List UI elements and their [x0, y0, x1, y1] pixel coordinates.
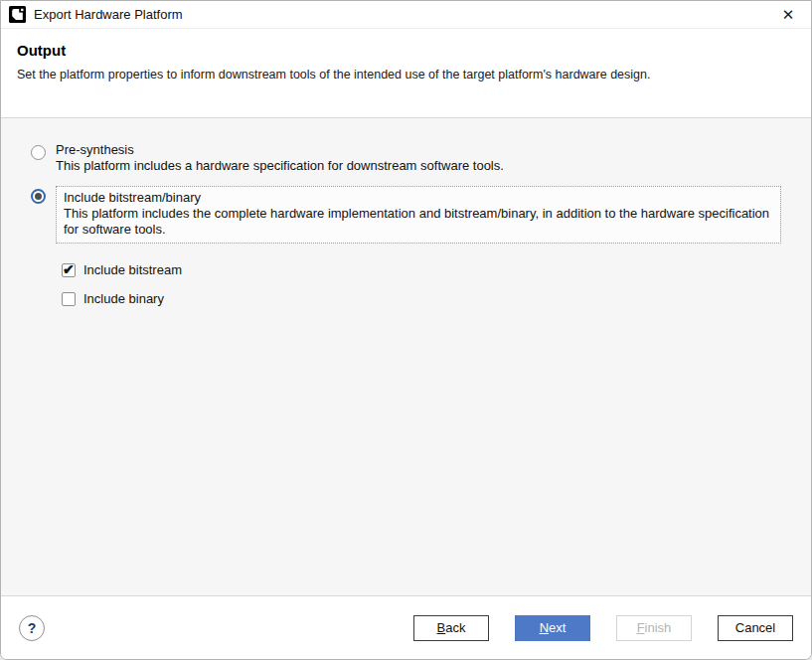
checkbox-include-bitstream[interactable]: ✔ Include bitstream — [62, 262, 781, 277]
radio-option-pre-synthesis[interactable]: Pre-synthesis This platform includes a h… — [31, 142, 781, 174]
help-button[interactable]: ? — [19, 615, 45, 641]
question-mark-icon: ? — [28, 620, 37, 636]
next-button[interactable]: Next — [515, 615, 590, 641]
option-label: Include bitstream/binary — [64, 190, 772, 206]
checkbox-checked-icon[interactable]: ✔ — [62, 263, 76, 277]
page-title: Output — [17, 42, 795, 59]
checkbox-group: ✔ Include bitstream ✔ Include binary — [62, 262, 781, 306]
checkbox-label: Include bitstream — [83, 262, 182, 277]
close-icon[interactable]: ✕ — [775, 3, 801, 27]
vivado-logo-icon — [9, 6, 26, 23]
option-description: This platform includes a hardware specif… — [56, 158, 504, 174]
selected-option-focus-box: Include bitstream/binary This platform i… — [56, 186, 781, 244]
option-description: This platform includes the complete hard… — [64, 206, 772, 238]
option-texts: Pre-synthesis This platform includes a h… — [56, 142, 504, 174]
checkbox-unchecked-icon[interactable]: ✔ — [62, 292, 76, 306]
titlebar: Export Hardware Platform ✕ — [1, 1, 811, 29]
radio-selected-icon[interactable] — [31, 189, 46, 204]
finish-button[interactable]: Finish — [616, 615, 692, 641]
wizard-content: Pre-synthesis This platform includes a h… — [1, 118, 811, 595]
footer-buttons: Back Next Finish Cancel — [413, 615, 793, 641]
radio-unselected-icon[interactable] — [31, 145, 46, 160]
cancel-button[interactable]: Cancel — [718, 615, 793, 641]
back-button[interactable]: Back — [413, 615, 489, 641]
checkbox-include-binary[interactable]: ✔ Include binary — [62, 291, 781, 306]
radio-option-include-bitstream-binary[interactable]: Include bitstream/binary This platform i… — [31, 186, 781, 244]
checkmark-icon: ✔ — [63, 261, 75, 277]
wizard-footer: ? Back Next Finish Cancel — [1, 595, 811, 659]
page-description: Set the platform properties to inform do… — [17, 68, 795, 82]
wizard-header: Output Set the platform properties to in… — [1, 29, 811, 118]
checkbox-label: Include binary — [83, 291, 164, 306]
option-label: Pre-synthesis — [56, 142, 504, 158]
export-hardware-platform-dialog: Export Hardware Platform ✕ Output Set th… — [0, 0, 812, 660]
window-title: Export Hardware Platform — [34, 7, 183, 22]
